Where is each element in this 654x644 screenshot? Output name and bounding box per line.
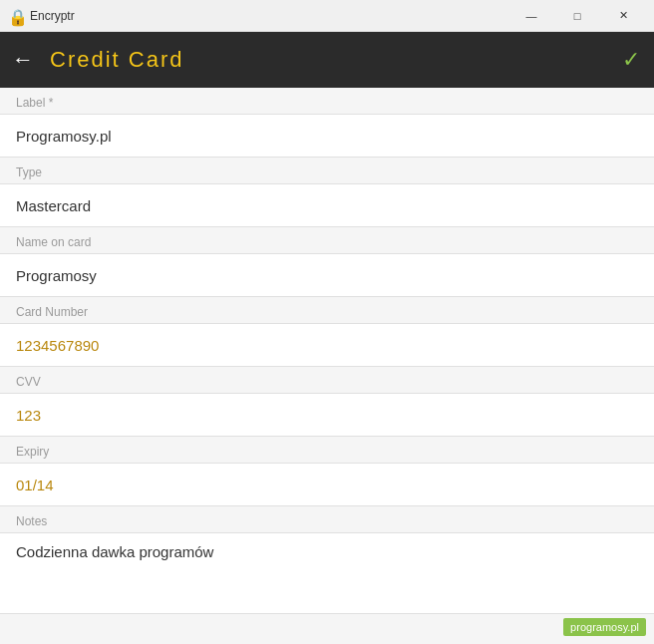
field-value-row-1[interactable]: Mastercard	[0, 183, 654, 227]
field-label-1: Type	[0, 158, 654, 183]
field-value-row-2[interactable]: Programosy	[0, 253, 654, 297]
field-value-4: 123	[16, 407, 41, 424]
title-bar: 🔒 Encryptr — □ ✕	[0, 0, 654, 32]
field-value-2: Programosy	[16, 267, 97, 284]
window-controls: — □ ✕	[508, 0, 646, 32]
field-label-6: Notes	[0, 506, 654, 532]
field-group-0: Label *Programosy.pl	[0, 88, 654, 158]
field-label-4: CVV	[0, 367, 654, 393]
fields-container: Label *Programosy.plTypeMastercardName o…	[0, 88, 654, 614]
field-value-row-0[interactable]: Programosy.pl	[0, 114, 654, 158]
minimize-button[interactable]: —	[508, 0, 554, 32]
field-value-5: 01/14	[16, 477, 54, 493]
watermark: programosy.pl	[563, 618, 646, 636]
field-group-4: CVV123	[0, 367, 654, 437]
field-group-5: Expiry01/14	[0, 437, 654, 506]
page-title: Credit Card	[50, 47, 183, 73]
app-icon: 🔒	[8, 8, 24, 24]
page-title-text: Credit Card	[50, 47, 183, 72]
field-value-row-4[interactable]: 123	[0, 393, 654, 437]
field-group-6: NotesCodzienna dawka programów	[0, 506, 654, 614]
back-button[interactable]: ←	[12, 47, 34, 73]
field-label-0: Label *	[0, 88, 654, 114]
field-value-1: Mastercard	[16, 197, 91, 214]
field-group-1: TypeMastercard	[0, 158, 654, 227]
field-value-0: Programosy.pl	[16, 128, 112, 145]
form-content: Label *Programosy.plTypeMastercardName o…	[0, 88, 654, 644]
save-button[interactable]: ✓	[622, 47, 640, 73]
field-value-3: 1234567890	[16, 337, 99, 354]
maximize-button[interactable]: □	[554, 0, 600, 32]
close-button[interactable]: ✕	[600, 0, 646, 32]
field-value-row-5[interactable]: 01/14	[0, 463, 654, 506]
field-value-row-6[interactable]: Codzienna dawka programów	[0, 532, 654, 614]
field-label-5: Expiry	[0, 437, 654, 463]
field-label-3: Card Number	[0, 297, 654, 323]
field-value-row-3[interactable]: 1234567890	[0, 323, 654, 367]
field-label-2: Name on card	[0, 227, 654, 253]
field-group-3: Card Number1234567890	[0, 297, 654, 367]
field-group-2: Name on cardProgramosy	[0, 227, 654, 297]
app-name: Encryptr	[30, 9, 508, 23]
field-value-6: Codzienna dawka programów	[16, 543, 213, 603]
app-header: ← Credit Card ✓	[0, 32, 654, 88]
